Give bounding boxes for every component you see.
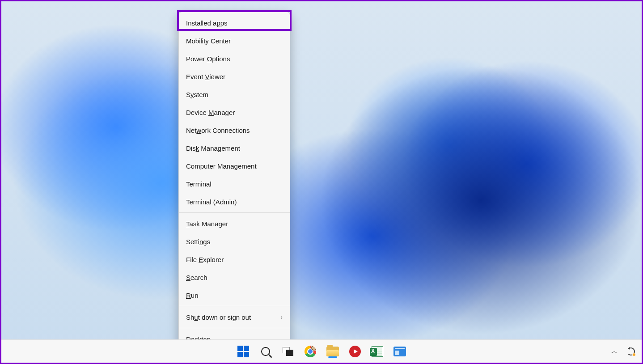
excel-icon: [372, 346, 383, 357]
system-tray: ︿: [609, 346, 635, 357]
taskbar-center: [237, 345, 406, 358]
menu-item-label: Shut down or sign out: [186, 313, 251, 321]
search-button[interactable]: [259, 345, 272, 358]
file-explorer-app[interactable]: [326, 345, 339, 358]
menu-separator: [179, 306, 290, 306]
start-icon: [237, 346, 249, 357]
menu-item-file-explorer[interactable]: File Explorer: [179, 250, 290, 268]
chevron-right-icon: ›: [280, 313, 283, 321]
menu-item-label: System: [186, 91, 208, 98]
search-icon: [261, 347, 270, 356]
red-app[interactable]: [349, 345, 361, 358]
chrome-icon: [305, 346, 316, 357]
menu-item-network-connections[interactable]: Network Connections: [179, 121, 290, 139]
winx-context-menu: Installed appsMobility CenterPower Optio…: [178, 12, 290, 350]
red-icon: [349, 346, 361, 357]
menu-item-label: Device Manager: [186, 109, 235, 116]
menu-item-mobility-center[interactable]: Mobility Center: [179, 32, 290, 50]
chrome-app[interactable]: [304, 345, 317, 358]
menu-item-label: Power Options: [186, 55, 230, 63]
menu-item-task-manager[interactable]: Task Manager: [179, 215, 290, 233]
windows-update-icon[interactable]: [626, 347, 635, 356]
desktop-wallpaper: [1, 1, 642, 363]
menu-item-terminal-admin[interactable]: Terminal (Admin): [179, 193, 290, 211]
menu-item-label: Task Manager: [186, 220, 228, 228]
menu-item-search[interactable]: Search: [179, 268, 290, 286]
task-view-icon: [283, 347, 293, 356]
menu-separator: [179, 212, 290, 213]
menu-item-label: Event Viewer: [186, 73, 225, 80]
menu-item-power-options[interactable]: Power Options: [179, 50, 290, 68]
menu-item-shut-down[interactable]: Shut down or sign out›: [179, 308, 290, 326]
tray-overflow-chevron-icon[interactable]: ︿: [609, 346, 620, 357]
menu-item-label: Terminal: [186, 180, 212, 188]
menu-item-system[interactable]: System: [179, 85, 290, 103]
window-app[interactable]: [393, 345, 406, 358]
menu-item-label: File Explorer: [186, 256, 224, 263]
menu-item-disk-management[interactable]: Disk Management: [179, 139, 290, 157]
menu-item-run[interactable]: Run: [179, 286, 290, 304]
menu-item-event-viewer[interactable]: Event Viewer: [179, 68, 290, 85]
menu-item-label: Mobility Center: [186, 37, 231, 45]
menu-item-installed-apps[interactable]: Installed apps: [179, 14, 290, 32]
menu-item-label: Settings: [186, 238, 210, 245]
menu-item-label: Search: [186, 274, 207, 281]
menu-item-device-manager[interactable]: Device Manager: [179, 103, 290, 121]
menu-item-label: Disk Management: [186, 144, 240, 152]
taskbar: ︿: [1, 339, 642, 363]
menu-item-label: Network Connections: [186, 127, 250, 134]
file-explorer-icon: [326, 347, 339, 356]
window-icon: [393, 347, 406, 356]
menu-separator: [179, 328, 290, 328]
menu-item-label: Computer Management: [186, 162, 257, 170]
menu-item-label: Installed apps: [186, 19, 228, 27]
menu-item-terminal[interactable]: Terminal: [179, 175, 290, 193]
menu-item-settings[interactable]: Settings: [179, 233, 290, 250]
menu-item-label: Run: [186, 292, 199, 299]
task-view-button[interactable]: [282, 345, 294, 358]
menu-item-label: Terminal (Admin): [186, 198, 237, 206]
start-button[interactable]: [237, 345, 250, 358]
menu-item-computer-management[interactable]: Computer Management: [179, 157, 290, 175]
excel-app[interactable]: [371, 345, 384, 358]
